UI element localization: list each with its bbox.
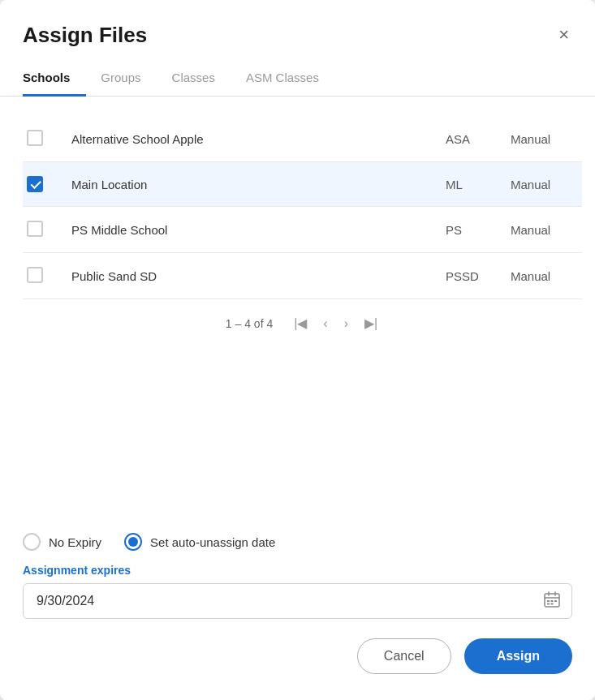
checkbox-unchecked[interactable] — [27, 267, 43, 283]
school-code: ASA — [436, 116, 501, 162]
prev-page-button[interactable]: ‹ — [318, 313, 332, 334]
school-code: PS — [436, 207, 501, 253]
set-date-label: Set auto-unassign date — [150, 535, 275, 549]
school-code: PSSD — [436, 253, 501, 299]
checkbox-unchecked[interactable] — [27, 221, 43, 237]
assign-button[interactable]: Assign — [464, 638, 572, 674]
set-date-radio[interactable] — [124, 533, 142, 551]
last-page-button[interactable]: ▶| — [360, 312, 382, 334]
checkbox-unchecked[interactable] — [27, 130, 43, 146]
checkbox-wrap[interactable] — [26, 175, 44, 193]
modal-footer: Cancel Assign — [0, 619, 595, 700]
tab-classes[interactable]: Classes — [172, 62, 231, 97]
date-input[interactable] — [23, 583, 572, 619]
table-row[interactable]: Alternative School Apple ASA Manual — [23, 116, 582, 162]
expiry-section: No Expiry Set auto-unassign date Assignm… — [0, 517, 595, 619]
close-button[interactable]: × — [555, 23, 572, 47]
school-name: PS Middle School — [62, 207, 436, 253]
pagination-info: 1 – 4 of 4 — [226, 317, 273, 330]
school-type: Manual — [501, 162, 582, 207]
table-row[interactable]: PS Middle School PS Manual — [23, 207, 582, 253]
school-type: Manual — [501, 253, 582, 299]
modal-header: Assign Files × — [0, 0, 595, 48]
school-code: ML — [436, 162, 501, 207]
table-container: Alternative School Apple ASA Manual Main… — [0, 116, 595, 517]
pagination: 1 – 4 of 4 |◀ ‹ › ▶| — [23, 299, 585, 341]
set-date-option[interactable]: Set auto-unassign date — [124, 533, 275, 551]
checkbox-wrap[interactable] — [26, 220, 44, 238]
schools-table: Alternative School Apple ASA Manual Main… — [23, 116, 582, 299]
school-type: Manual — [501, 116, 582, 162]
school-name: Public Sand SD — [62, 253, 436, 299]
tab-schools[interactable]: Schools — [23, 62, 86, 97]
no-expiry-radio[interactable] — [23, 533, 41, 551]
cancel-button[interactable]: Cancel — [357, 638, 451, 674]
date-input-wrap — [23, 583, 572, 619]
no-expiry-option[interactable]: No Expiry — [23, 533, 101, 551]
table-row[interactable]: Public Sand SD PSSD Manual — [23, 253, 582, 299]
modal-title: Assign Files — [23, 23, 147, 48]
expires-label: Assignment expires — [23, 564, 572, 577]
tab-asm-classes[interactable]: ASM Classes — [246, 62, 335, 97]
school-name: Main Location — [62, 162, 436, 207]
no-expiry-label: No Expiry — [49, 535, 101, 549]
table-row[interactable]: Main Location ML Manual — [23, 162, 582, 207]
school-type: Manual — [501, 207, 582, 253]
checkbox-checked[interactable] — [27, 176, 43, 192]
school-name: Alternative School Apple — [62, 116, 436, 162]
next-page-button[interactable]: › — [339, 313, 353, 334]
checkbox-wrap[interactable] — [26, 129, 44, 147]
checkbox-wrap[interactable] — [26, 266, 44, 284]
assign-files-modal: Assign Files × Schools Groups Classes AS… — [0, 0, 595, 700]
expiry-radio-group: No Expiry Set auto-unassign date — [23, 533, 572, 551]
table-scroll[interactable]: Alternative School Apple ASA Manual Main… — [23, 116, 585, 299]
first-page-button[interactable]: |◀ — [289, 312, 312, 334]
tab-bar: Schools Groups Classes ASM Classes — [0, 48, 595, 97]
tab-groups[interactable]: Groups — [101, 62, 157, 97]
